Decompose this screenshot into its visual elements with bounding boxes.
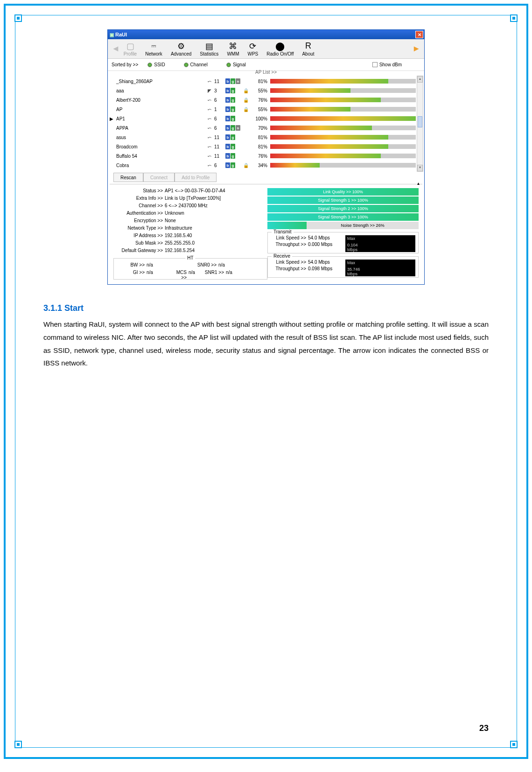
ap-channel: 3 [214,88,225,93]
show-dbm-checkbox[interactable]: Show dBm [372,62,402,67]
toolbar-statistics[interactable]: ▤Statistics [200,41,218,56]
add-profile-button[interactable]: Add to Profile [175,173,217,182]
connect-button[interactable]: Connect [143,173,175,182]
ap-security: 🔒 [243,88,253,93]
sort-channel[interactable]: Channel [184,62,208,67]
mode-b-icon: b [225,116,230,121]
rescan-button[interactable]: Rescan [113,173,143,182]
bw-label: BW >> [117,262,147,270]
mode-b-icon: b [225,97,230,103]
ap-row[interactable]: asus⤺11bg81% [114,133,416,142]
collapse-arrow-icon[interactable]: ▴ [417,181,420,186]
ap-ssid: _Shiang_2860AP [114,79,208,84]
ap-ssid: asus [114,135,208,140]
ap-security: 🔒 [243,107,253,112]
connected-arrow-icon: ▶ [110,116,113,121]
receive-group: Receive Link Speed >>54.0 Mbps Throughpu… [267,256,419,278]
close-button[interactable]: ✕ [415,31,423,38]
mode-g-icon: g [231,162,235,168]
ap-modes: bg [225,153,243,159]
toolbar-profile[interactable]: ▢Profile [124,41,137,56]
ap-row[interactable]: AlbertY-200⤺6bg🔒76% [114,95,416,105]
toolbar-prev-arrow[interactable]: ◄ [112,44,120,54]
ap-list: _Shiang_2860AP⤺11bgn81%aaa◤3bg🔒55%Albert… [108,75,424,173]
ap-channel: 11 [214,79,225,84]
rx-linkspeed-value: 54.0 Mbps [308,260,330,266]
toolbar-icon: ⎓ [151,41,156,51]
ap-list-label: AP List >> [108,70,424,75]
ap-percent: 81% [253,135,270,140]
transmit-box: Max 0.104 Mbps [345,235,415,252]
toolbar-advanced[interactable]: ⚙Advanced [171,41,191,56]
toolbar-icon: ⟳ [249,41,256,51]
toolbar-about[interactable]: RAbout [302,41,314,56]
toolbar-next-arrow[interactable]: ► [412,44,420,54]
status-row: Encryption >>None [113,218,267,225]
signal-bar [270,163,416,168]
ap-ssid: AP [114,107,208,112]
snr0-label: SNR0 >> [189,262,218,270]
section-heading: 3.1.1 Start [43,303,489,313]
scroll-thumb[interactable] [418,116,422,127]
quality-bar: Signal Strength 2 >> 100% [267,205,419,212]
signal-bar [270,88,416,93]
status-key: Default Gateway >> [113,248,165,255]
status-key: Network Type >> [113,225,165,233]
signal-bar [270,154,416,158]
radio-icon [184,63,189,67]
status-info: Status >>AP1 <--> 00-03-7F-00-D7-A4Extra… [113,188,267,280]
status-row: Authentication >>Unknown [113,211,267,218]
signal-bar [270,135,416,140]
ap-row[interactable]: Buffalo 54⤺11bg76% [114,151,416,161]
ap-percent: 100% [253,116,270,121]
window-title: RaUI [115,32,127,37]
ap-percent: 81% [253,79,270,84]
status-row: Extra Info >>Link is Up [TxPower:100%] [113,196,267,203]
mode-b-icon: b [225,134,230,140]
toolbar-wps[interactable]: ⟳WPS [247,41,258,56]
ap-row[interactable]: Broadcom⤺11bg81% [114,142,416,151]
scroll-down[interactable]: ▾ [417,165,423,171]
ap-modes: bg [225,144,243,149]
scrollbar[interactable]: ▴ ▾ [417,76,423,172]
toolbar-network[interactable]: ⎓Network [145,41,162,56]
ap-row[interactable]: Cobra⤺6bg🔒34% [114,161,416,170]
mode-b-icon: b [225,162,230,168]
mode-g-icon: g [231,134,235,140]
ap-row[interactable]: AP⤺1bg🔒55% [114,105,416,114]
toolbar-icon: ▤ [205,41,213,51]
ap-modes: bgn [225,125,243,131]
signal-bar [270,79,416,84]
ap-modes: bg [225,162,243,168]
status-row: Network Type >>Infrastructure [113,225,267,233]
mode-g-icon: g [231,78,235,84]
sort-ssid[interactable]: SSID [147,62,165,67]
status-value: 192.168.5.40 [165,233,192,240]
channel-icon: ⤺ [208,126,214,131]
ap-row[interactable]: _Shiang_2860AP⤺11bgn81% [114,77,416,86]
toolbar: ◄ ▢Profile⎓Network⚙Advanced▤Statistics⌘W… [108,39,424,59]
receive-box: Max 35.746 Mbps [345,260,415,276]
status-key: Encryption >> [113,218,165,225]
scroll-up[interactable]: ▴ [417,76,423,83]
mcs-label: MCS >> [170,270,189,277]
ap-row[interactable]: APPA⤺6bgn70% [114,123,416,133]
toolbar-radioonoff[interactable]: ⬤Radio On/Off [266,41,294,56]
mode-g-icon: g [231,144,235,149]
mode-b-icon: b [225,106,230,112]
toolbar-wmm[interactable]: ⌘WMM [227,41,239,56]
mode-g-icon: g [231,97,235,103]
ap-row[interactable]: ▶AP1⤺6bg100% [114,114,416,123]
status-row: Default Gateway >>192.168.5.254 [113,248,267,255]
separator: ▴ [110,184,422,184]
ap-ssid: APPA [114,126,208,131]
ap-row[interactable]: aaa◤3bg🔒55% [114,86,416,95]
channel-icon: ⤺ [208,107,214,112]
toolbar-icon: ⬤ [275,41,285,51]
sort-signal[interactable]: Signal [226,62,246,67]
channel-icon: ⤺ [208,154,214,159]
title-bar: ▣ RaUI ✕ [108,30,424,39]
channel-icon: ⤺ [208,163,214,168]
mode-b-icon: b [225,125,230,131]
ap-modes: bg [225,97,243,103]
